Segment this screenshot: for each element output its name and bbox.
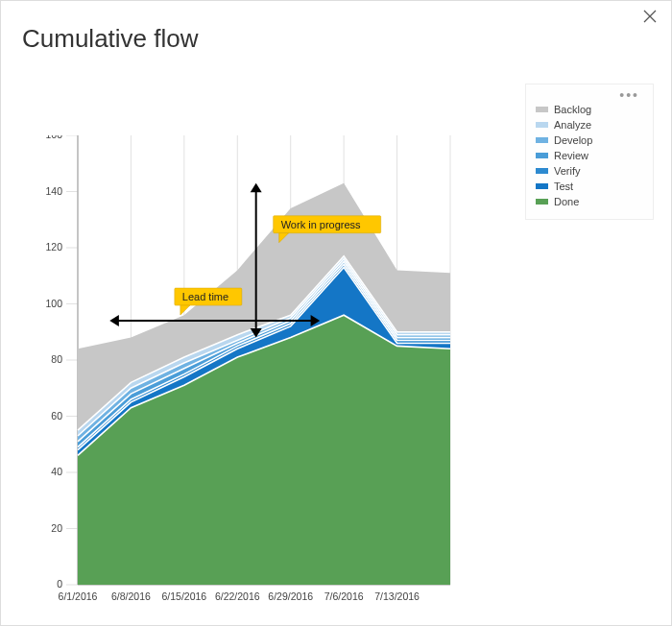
chart-frame: Cumulative flow ••• BacklogAnalyzeDevelo… — [0, 0, 672, 626]
legend-more-button[interactable]: ••• — [613, 86, 645, 104]
svg-text:6/22/2016: 6/22/2016 — [215, 590, 260, 602]
svg-text:6/8/2016: 6/8/2016 — [111, 590, 151, 602]
legend-item: Backlog — [536, 102, 643, 117]
svg-text:7/6/2016: 7/6/2016 — [324, 590, 364, 602]
legend-swatch — [536, 122, 548, 128]
legend-item: Analyze — [536, 117, 643, 132]
legend-label: Analyze — [554, 117, 591, 132]
svg-marker-39 — [251, 183, 262, 193]
legend-label: Backlog — [554, 102, 591, 117]
svg-text:120: 120 — [45, 241, 62, 253]
svg-text:80: 80 — [51, 353, 62, 365]
svg-text:7/13/2016: 7/13/2016 — [374, 590, 420, 602]
svg-text:40: 40 — [51, 466, 62, 477]
chart-plot: 0204060801001201401606/1/20166/8/20166/1… — [37, 135, 652, 615]
svg-text:60: 60 — [51, 410, 62, 421]
close-icon — [643, 10, 657, 27]
svg-text:100: 100 — [45, 298, 62, 309]
chart-title: Cumulative flow — [22, 24, 199, 54]
svg-text:20: 20 — [51, 522, 62, 534]
svg-text:6/29/2016: 6/29/2016 — [268, 590, 313, 602]
legend-swatch — [536, 107, 548, 112]
close-button[interactable] — [638, 7, 661, 30]
svg-text:6/15/2016: 6/15/2016 — [161, 590, 206, 602]
svg-text:Work in progress: Work in progress — [281, 219, 361, 230]
svg-marker-36 — [109, 315, 119, 326]
svg-text:6/1/2016: 6/1/2016 — [59, 590, 98, 602]
svg-text:140: 140 — [45, 185, 62, 197]
svg-text:160: 160 — [45, 135, 62, 140]
svg-text:0: 0 — [57, 578, 62, 590]
ellipsis-icon: ••• — [619, 87, 639, 103]
svg-text:Lead time: Lead time — [182, 291, 228, 302]
